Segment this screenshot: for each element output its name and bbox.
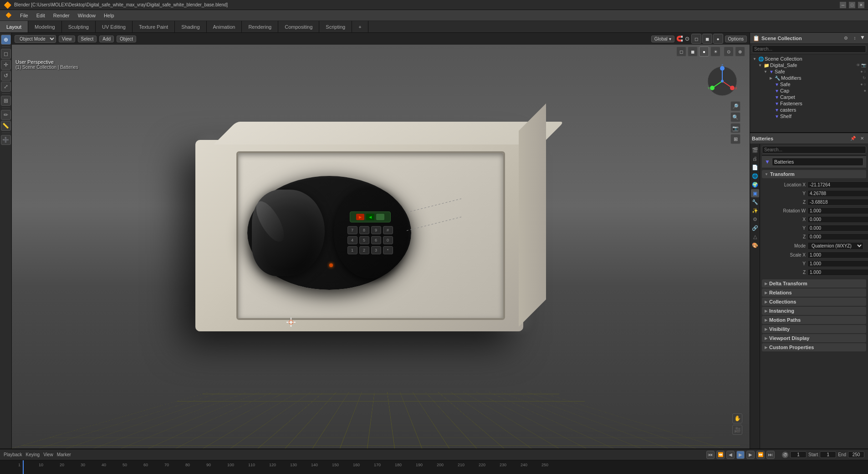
outliner-filter-icon[interactable]: ▼ xyxy=(860,34,865,42)
move-viewport-btn[interactable]: ✋ xyxy=(732,413,742,423)
outliner-search-input[interactable] xyxy=(752,45,866,53)
outliner-item-scene-collection[interactable]: ▼ 🌐 Scene Collection xyxy=(750,56,868,62)
expand-icon[interactable]: ▼ xyxy=(752,56,757,62)
eye-icon[interactable]: 👁 xyxy=(856,63,860,67)
close-button[interactable]: ✕ xyxy=(858,2,864,8)
snap-icon[interactable]: 🧲 xyxy=(676,36,683,42)
menu-blender[interactable]: 🔶 xyxy=(2,11,15,19)
tab-layout[interactable]: Layout xyxy=(0,21,28,32)
options-menu[interactable]: Options xyxy=(725,36,747,42)
key-1[interactable]: 1 xyxy=(347,246,357,254)
add-btn[interactable]: ➕ xyxy=(1,135,11,145)
outliner-item-cap[interactable]: ▼ Cap ● xyxy=(750,88,868,94)
custom-props-header[interactable]: ▶ Custom Properties xyxy=(762,343,866,351)
object-props-btn[interactable]: ▣ xyxy=(751,189,759,197)
object-name-input[interactable] xyxy=(772,158,863,166)
scale-x-input[interactable] xyxy=(807,252,868,258)
wireframe-mode-btn[interactable]: ◻ xyxy=(676,46,686,57)
rot-z-input[interactable] xyxy=(807,233,868,240)
scale-tool-btn[interactable]: ⤢ xyxy=(1,82,11,92)
delta-transform-header[interactable]: ▶ Delta Transform xyxy=(762,279,866,288)
key-star[interactable]: * xyxy=(383,246,393,254)
jump-start-btn[interactable]: ⏮ xyxy=(706,451,715,459)
expand-icon-safe-group[interactable]: ▼ xyxy=(763,69,768,74)
rotation-mode-select[interactable]: Quaternion (WXYZ) xyxy=(807,242,863,250)
key-6[interactable]: 6 xyxy=(371,236,381,244)
cap-eye[interactable]: ● xyxy=(864,88,866,93)
rot-x-input[interactable] xyxy=(807,216,868,223)
key-9[interactable]: 9 xyxy=(371,226,381,234)
tab-modeling[interactable]: Modeling xyxy=(28,21,62,32)
tab-add[interactable]: + xyxy=(352,21,368,32)
outliner-item-digital-safe[interactable]: ▼ 📁 Digital_Safe 👁 📷 xyxy=(750,62,868,68)
modifier-props-btn[interactable]: 🔧 xyxy=(751,198,759,206)
menu-render[interactable]: Render xyxy=(50,12,73,19)
maximize-button[interactable]: □ xyxy=(849,2,855,8)
solid-mode-btn[interactable]: ◼ xyxy=(688,46,698,57)
tab-sculpting[interactable]: Sculpting xyxy=(62,21,96,32)
annotate-btn[interactable]: ✏ xyxy=(1,110,11,120)
outliner-item-safe-mesh[interactable]: ▼ Safe ● ○ xyxy=(750,81,868,88)
zoom-out-btn[interactable]: 🔍 xyxy=(730,112,740,122)
rendered-btn[interactable]: ● xyxy=(713,34,723,44)
material-mode-btn[interactable]: ● xyxy=(699,46,709,57)
keying-menu[interactable]: Keying xyxy=(26,452,40,457)
gizmo-btn[interactable]: ⊕ xyxy=(735,46,745,57)
outliner-item-carpet[interactable]: ▼ Carpet xyxy=(750,94,868,100)
tab-rendering[interactable]: Rendering xyxy=(242,21,278,32)
key-4[interactable]: 4 xyxy=(347,236,357,244)
zoom-in-btn[interactable]: 🔎 xyxy=(730,101,740,111)
key-hash[interactable]: # xyxy=(383,226,393,234)
refresh-icon[interactable]: ↻ xyxy=(863,76,866,80)
add-menu[interactable]: Add xyxy=(99,36,114,42)
key-5[interactable]: 5 xyxy=(359,236,369,244)
world-props-btn[interactable]: 🌍 xyxy=(751,180,759,189)
select-menu[interactable]: Select xyxy=(78,36,97,42)
props-search-input[interactable] xyxy=(762,146,866,154)
object-menu[interactable]: Object xyxy=(117,36,136,42)
overlay-btn-viewport[interactable]: ⊙ xyxy=(724,46,734,57)
wireframe-btn[interactable]: ◻ xyxy=(691,34,701,44)
grid-btn[interactable]: ⊞ xyxy=(730,134,740,144)
menu-edit[interactable]: Edit xyxy=(33,12,49,19)
select-tool-btn[interactable]: ◻ xyxy=(1,49,11,59)
motion-paths-header[interactable]: ▶ Motion Paths xyxy=(762,316,866,324)
current-frame-input[interactable] xyxy=(790,451,807,458)
minimize-button[interactable]: ─ xyxy=(840,2,846,8)
rendered-mode-btn[interactable]: ☀ xyxy=(710,46,720,57)
start-frame-input[interactable] xyxy=(820,451,836,458)
expand-icon-mod[interactable]: ▶ xyxy=(768,75,774,81)
tab-texture-paint[interactable]: Texture Paint xyxy=(133,21,175,32)
outliner-item-modifiers[interactable]: ▶ 🔧 Modifiers ↻ xyxy=(750,75,868,81)
tab-shading[interactable]: Shading xyxy=(175,21,206,32)
expand-icon-safe[interactable]: ▼ xyxy=(757,62,763,68)
filter-btn[interactable]: ⚙ xyxy=(842,34,850,42)
eye-vis[interactable]: ● xyxy=(860,69,863,74)
menu-help[interactable]: Help xyxy=(100,12,118,19)
rot-w-input[interactable] xyxy=(807,207,868,214)
marker-menu[interactable]: Marker xyxy=(57,452,71,457)
data-props-btn[interactable]: △ xyxy=(751,232,759,241)
move-tool-btn[interactable]: ✛ xyxy=(1,60,11,70)
pin-btn[interactable]: 📌 xyxy=(849,134,857,143)
next-keyframe-btn[interactable]: ▶ xyxy=(746,451,755,459)
loc-z-input[interactable] xyxy=(807,199,868,206)
instancing-header[interactable]: ▶ Instancing xyxy=(762,307,866,315)
particles-btn[interactable]: ✨ xyxy=(751,206,759,215)
rot-y-input[interactable] xyxy=(807,225,868,232)
key-3[interactable]: 3 xyxy=(371,246,381,254)
outliner-item-fasteners[interactable]: ▼ Fasteners xyxy=(750,100,868,107)
prev-keyframe-btn[interactable]: ◀ xyxy=(726,451,735,459)
collections-header[interactable]: ▶ Collections xyxy=(762,298,866,306)
view-menu-timeline[interactable]: View xyxy=(43,452,53,457)
outliner-item-casters[interactable]: ▼ casters xyxy=(750,107,868,113)
viewport-display-header[interactable]: ▶ Viewport Display xyxy=(762,334,866,342)
rotate-tool-btn[interactable]: ↺ xyxy=(1,71,11,81)
render-icon[interactable]: 📷 xyxy=(861,63,866,67)
eye-v[interactable]: ● xyxy=(860,82,863,87)
key-7[interactable]: 7 xyxy=(347,226,357,234)
play-btn[interactable]: ▶ xyxy=(736,451,745,459)
relations-header[interactable]: ▶ Relations xyxy=(762,289,866,297)
render-vis[interactable]: ○ xyxy=(864,69,866,74)
menu-file[interactable]: File xyxy=(16,12,32,19)
